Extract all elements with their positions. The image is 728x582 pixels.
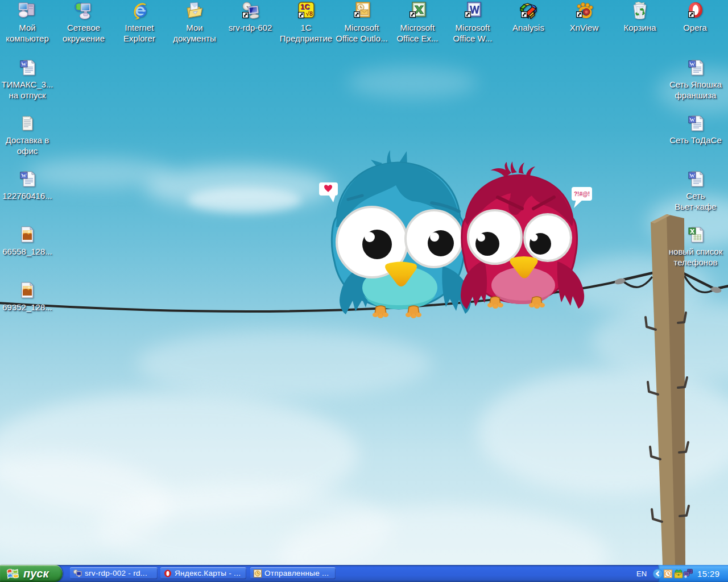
svg-text:?!#@!: ?!#@!	[574, 191, 590, 197]
